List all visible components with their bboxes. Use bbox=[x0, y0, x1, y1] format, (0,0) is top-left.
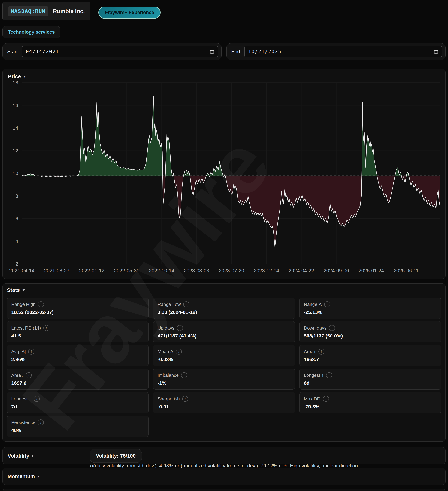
price-section-header[interactable]: Price ▾ bbox=[5, 72, 443, 79]
stat-tile: Range Lowi3.33 (2024-01-12) bbox=[153, 298, 295, 319]
stat-value: 471/1137 (41.4%) bbox=[157, 333, 290, 339]
svg-text:2025-06-11: 2025-06-11 bbox=[394, 268, 419, 273]
info-icon[interactable]: i bbox=[324, 301, 330, 307]
sector-chip[interactable]: Technology services bbox=[2, 26, 60, 38]
svg-text:2025-01-24: 2025-01-24 bbox=[359, 268, 384, 273]
chevron-right-icon: ▸ bbox=[38, 474, 40, 479]
stat-tile: Sharpe-ishi-0.01 bbox=[153, 392, 295, 413]
svg-text:18: 18 bbox=[13, 80, 18, 85]
stats-section-title: Stats bbox=[7, 287, 20, 293]
stat-value: -79.8% bbox=[304, 404, 437, 410]
info-icon[interactable]: i bbox=[26, 372, 32, 378]
date-range-controls: Start 04/14/2021 End 10/21/2025 bbox=[2, 43, 446, 60]
end-date-label: End bbox=[230, 49, 240, 55]
stat-tile: Longest ↑i6d bbox=[300, 368, 441, 390]
stat-value: -0.01 bbox=[157, 404, 290, 410]
info-icon[interactable]: i bbox=[38, 301, 44, 307]
stat-value: 3.33 (2024-01-12) bbox=[157, 310, 290, 315]
info-icon[interactable]: i bbox=[43, 325, 49, 331]
stat-value: 7d bbox=[11, 404, 144, 410]
stat-value: 2.96% bbox=[11, 357, 144, 362]
info-icon[interactable]: i bbox=[176, 349, 182, 355]
momentum-section-header[interactable]: Momentum ▸ bbox=[8, 473, 440, 479]
ticker-card: NASDAQ:RUM Rumble Inc. bbox=[2, 2, 90, 20]
volatility-section: Volatility ▸ Volatility: 75/100 σ(daily … bbox=[2, 447, 446, 464]
stat-tile: Up daysi471/1137 (41.4%) bbox=[153, 321, 295, 342]
calendar-icon[interactable] bbox=[210, 49, 214, 54]
stat-label: Area↑ bbox=[304, 349, 316, 354]
stat-tile: Latest RSI(14)i41.5 bbox=[7, 321, 148, 342]
info-icon[interactable]: i bbox=[183, 301, 189, 307]
end-date-value: 10/21/2025 bbox=[248, 49, 282, 55]
stat-label: Mean Δ bbox=[157, 349, 173, 354]
stat-label: Range Low bbox=[157, 302, 181, 307]
stat-label: Longest ↓ bbox=[11, 396, 31, 402]
chevron-right-icon: ▸ bbox=[32, 453, 34, 458]
stat-tile: Longest ↓i7d bbox=[7, 392, 148, 413]
info-icon[interactable]: i bbox=[323, 396, 329, 402]
warning-icon: ⚠ bbox=[282, 463, 289, 468]
svg-text:12: 12 bbox=[13, 148, 18, 153]
stat-tile: Range Highi18.52 (2022-02-07) bbox=[7, 298, 148, 319]
stat-tile: Max DDi-79.8% bbox=[300, 392, 441, 413]
svg-text:14: 14 bbox=[13, 125, 18, 131]
fraywire-experience-button[interactable]: Fraywire+ Experience bbox=[98, 7, 160, 19]
stat-tile: Avg |Δ|i2.96% bbox=[7, 345, 148, 366]
info-icon[interactable]: i bbox=[38, 419, 44, 425]
stat-label: Max DD bbox=[304, 396, 321, 402]
stat-tile: Area↑i1668.7 bbox=[300, 345, 441, 366]
svg-text:2024-04-22: 2024-04-22 bbox=[289, 268, 314, 273]
volatility-sigma-text: σ(daily volatility from std. dev.): 4.98… bbox=[90, 463, 281, 468]
stat-label: Area↓ bbox=[11, 373, 23, 378]
stat-label: Avg |Δ| bbox=[11, 349, 26, 354]
end-date-input[interactable]: 10/21/2025 bbox=[244, 46, 442, 57]
svg-text:2023-03-03: 2023-03-03 bbox=[184, 268, 209, 273]
volatility-section-title: Volatility bbox=[8, 453, 29, 459]
stat-label: Range High bbox=[11, 302, 35, 307]
momentum-section-title: Momentum bbox=[8, 473, 35, 479]
stat-label: Longest ↑ bbox=[304, 373, 324, 378]
chevron-down-icon: ▾ bbox=[24, 74, 26, 79]
svg-text:16: 16 bbox=[13, 103, 18, 108]
svg-text:2022-01-12: 2022-01-12 bbox=[79, 268, 104, 273]
similar-assets-section: Similar assets ▸ bbox=[2, 489, 446, 491]
svg-text:2022-05-31: 2022-05-31 bbox=[114, 268, 139, 273]
stat-label: Range Δ bbox=[304, 302, 322, 307]
stats-section-header[interactable]: Stats ▾ bbox=[7, 287, 441, 293]
volatility-section-header[interactable]: Volatility ▸ bbox=[8, 453, 34, 459]
stat-tile: Range Δi-25.13% bbox=[300, 298, 441, 319]
info-icon[interactable]: i bbox=[181, 372, 187, 378]
stat-label: Persistence bbox=[11, 420, 35, 425]
svg-text:8: 8 bbox=[16, 193, 18, 199]
header: NASDAQ:RUM Rumble Inc. Fraywire+ Experie… bbox=[2, 2, 446, 20]
stat-tile: Mean Δi-0.03% bbox=[153, 345, 295, 366]
info-icon[interactable]: i bbox=[329, 325, 335, 331]
start-date-field: Start 04/14/2021 bbox=[2, 43, 222, 60]
chevron-down-icon: ▾ bbox=[23, 288, 25, 292]
info-icon[interactable]: i bbox=[34, 396, 40, 402]
info-icon[interactable]: i bbox=[318, 349, 324, 355]
start-date-label: Start bbox=[6, 49, 18, 55]
price-chart[interactable]: 181614121086422021-04-142021-08-272022-0… bbox=[5, 79, 443, 277]
stat-label: Latest RSI(14) bbox=[11, 325, 41, 331]
price-section: Price ▾ 181614121086422021-04-142021-08-… bbox=[2, 69, 446, 279]
stat-label: Sharpe-ish bbox=[157, 396, 180, 402]
stat-value: 1668.7 bbox=[304, 357, 437, 362]
svg-text:2023-12-04: 2023-12-04 bbox=[254, 268, 279, 273]
info-icon[interactable]: i bbox=[326, 372, 332, 378]
start-date-value: 04/14/2021 bbox=[26, 49, 59, 55]
stat-label: Imbalance bbox=[157, 373, 179, 378]
svg-text:2021-08-27: 2021-08-27 bbox=[44, 268, 69, 273]
calendar-icon[interactable] bbox=[434, 49, 438, 54]
svg-text:2: 2 bbox=[16, 261, 18, 267]
info-icon[interactable]: i bbox=[28, 349, 34, 355]
start-date-input[interactable]: 04/14/2021 bbox=[22, 46, 218, 57]
info-icon[interactable]: i bbox=[177, 325, 183, 331]
volatility-warning-text: High volatility, unclear direction bbox=[290, 463, 358, 468]
svg-text:2024-09-06: 2024-09-06 bbox=[324, 268, 349, 273]
stat-value: 18.52 (2022-02-07) bbox=[11, 310, 144, 315]
stats-section: Stats ▾ Range Highi18.52 (2022-02-07)Ran… bbox=[2, 283, 446, 442]
info-icon[interactable]: i bbox=[182, 396, 188, 402]
sector-row: Technology services bbox=[2, 26, 446, 38]
momentum-section: Momentum ▸ bbox=[2, 468, 446, 485]
